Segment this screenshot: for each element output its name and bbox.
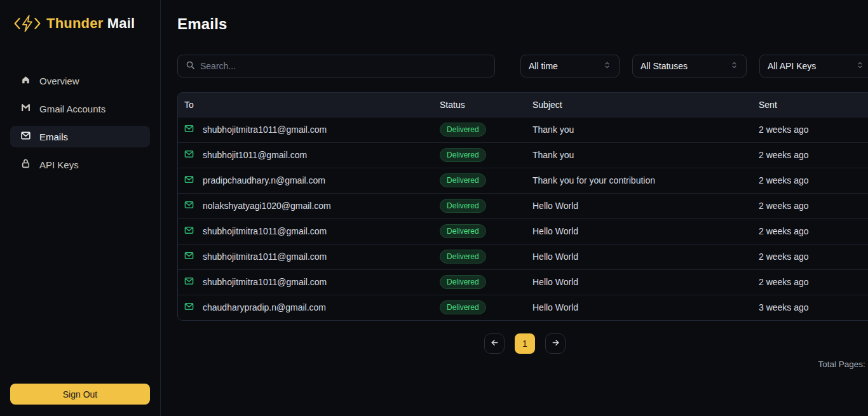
table-row[interactable]: shubhojitmitra1011@gmail.com Delivered H… [178, 269, 868, 295]
table-row[interactable]: shubhojitmitra1011@gmail.com Delivered T… [178, 117, 868, 142]
sign-out-button[interactable]: Sign Out [10, 384, 150, 405]
status-badge: Delivered [440, 250, 486, 264]
sidebar-item-label: Overview [39, 76, 79, 86]
status-filter-value: All Statuses [641, 61, 688, 71]
sidebar-item-overview[interactable]: Overview [10, 70, 150, 91]
page-title: Emails [177, 15, 868, 33]
column-header-subject: Subject [526, 93, 752, 117]
sidebar-item-label: API Keys [39, 159, 79, 170]
thunder-bolt-logo-icon [13, 14, 42, 33]
table-row[interactable]: shubhojitmitra1011@gmail.com Delivered H… [178, 218, 868, 244]
table-row[interactable]: shubhojitmitra1011@gmail.com Delivered H… [178, 244, 868, 269]
brand-name: Thunder Mail [46, 15, 135, 32]
pagination: 1 [177, 333, 868, 354]
recipient-email: shubhojitmitra1011@gmail.com [203, 252, 327, 262]
chevron-updown-icon [856, 61, 864, 71]
table-header-row: To Status Subject Sent [178, 93, 868, 117]
sidebar-item-label: Emails [39, 131, 68, 142]
time-filter-value: All time [529, 61, 558, 71]
status-badge: Delivered [440, 173, 486, 187]
email-subject: Hello World [526, 269, 752, 295]
search-box [177, 55, 495, 77]
email-subject: Thank you [526, 142, 752, 168]
mail-icon [184, 149, 194, 161]
mail-icon [20, 130, 31, 143]
status-badge: Delivered [440, 123, 486, 137]
filter-bar: All time All Statuses All API Keys [177, 55, 868, 77]
arrow-left-icon [490, 338, 499, 349]
sidebar-item-api-keys[interactable]: API Keys [10, 154, 150, 175]
status-badge: Delivered [440, 300, 486, 314]
recipient-email: shubhojit1011@gmail.com [203, 150, 307, 160]
total-pages-label: Total Pages: 1 [177, 359, 868, 369]
email-subject: Thank you for your contribution [526, 168, 752, 193]
main-content: Emails All time All Statuses All API Key… [161, 0, 868, 416]
mail-icon [184, 302, 194, 313]
lock-icon [20, 158, 31, 171]
recipient-email: pradipchaudhary.n@gmail.com [203, 175, 325, 185]
mail-icon [184, 276, 194, 288]
home-icon [20, 74, 31, 87]
sidebar: Thunder Mail Overview Gmail Accounts Ema… [0, 0, 161, 416]
email-subject: Hello World [526, 295, 752, 320]
time-filter-select[interactable]: All time [520, 55, 620, 77]
gmail-icon [20, 102, 31, 115]
mail-icon [184, 175, 194, 186]
status-filter-select[interactable]: All Statuses [632, 55, 747, 77]
email-subject: Hello World [526, 193, 752, 218]
recipient-email: nolakshyatyagi1020@gmail.com [203, 201, 331, 211]
status-badge: Delivered [440, 148, 486, 162]
sent-time: 2 weeks ago [752, 193, 868, 218]
next-page-button[interactable] [545, 333, 566, 354]
sidebar-item-emails[interactable]: Emails [10, 126, 150, 147]
chevron-updown-icon [730, 61, 738, 71]
status-badge: Delivered [440, 275, 486, 289]
column-header-to: To [178, 93, 433, 117]
arrow-right-icon [551, 338, 560, 349]
column-header-status: Status [433, 93, 526, 117]
sent-time: 2 weeks ago [752, 218, 868, 244]
sent-time: 2 weeks ago [752, 117, 868, 142]
emails-table: To Status Subject Sent shubhojitmitra101… [177, 92, 868, 321]
sent-time: 3 weeks ago [752, 295, 868, 320]
api-key-filter-value: All API Keys [768, 61, 816, 71]
recipient-email: shubhojitmitra1011@gmail.com [203, 124, 327, 135]
search-input[interactable] [200, 61, 487, 71]
page-number-button[interactable]: 1 [515, 333, 535, 354]
sidebar-item-gmail-accounts[interactable]: Gmail Accounts [10, 98, 150, 119]
table-row[interactable]: nolakshyatyagi1020@gmail.com Delivered H… [178, 193, 868, 218]
recipient-email: shubhojitmitra1011@gmail.com [203, 277, 327, 287]
sent-time: 2 weeks ago [752, 269, 868, 295]
mail-icon [184, 251, 194, 262]
status-badge: Delivered [440, 199, 486, 213]
recipient-email: chaudharypradip.n@gmail.com [203, 302, 326, 312]
mail-icon [184, 124, 194, 135]
recipient-email: shubhojitmitra1011@gmail.com [203, 226, 327, 236]
search-icon [186, 60, 195, 72]
email-subject: Thank you [526, 117, 752, 142]
sent-time: 2 weeks ago [752, 168, 868, 193]
sidebar-item-label: Gmail Accounts [39, 104, 105, 114]
column-header-sent: Sent [752, 93, 868, 117]
brand-logo: Thunder Mail [10, 14, 150, 33]
status-badge: Delivered [440, 224, 486, 238]
sent-time: 2 weeks ago [752, 244, 868, 269]
table-row[interactable]: shubhojit1011@gmail.com Delivered Thank … [178, 142, 868, 168]
email-subject: Hello World [526, 244, 752, 269]
sidebar-nav: Overview Gmail Accounts Emails API Keys [10, 70, 150, 175]
chevron-updown-icon [603, 61, 611, 71]
sent-time: 2 weeks ago [752, 142, 868, 168]
table-row[interactable]: pradipchaudhary.n@gmail.com Delivered Th… [178, 168, 868, 193]
mail-icon [184, 225, 194, 237]
previous-page-button[interactable] [484, 333, 505, 354]
table-row[interactable]: chaudharypradip.n@gmail.com Delivered He… [178, 295, 868, 320]
email-subject: Hello World [526, 218, 752, 244]
mail-icon [184, 200, 194, 211]
api-key-filter-select[interactable]: All API Keys [759, 55, 868, 77]
